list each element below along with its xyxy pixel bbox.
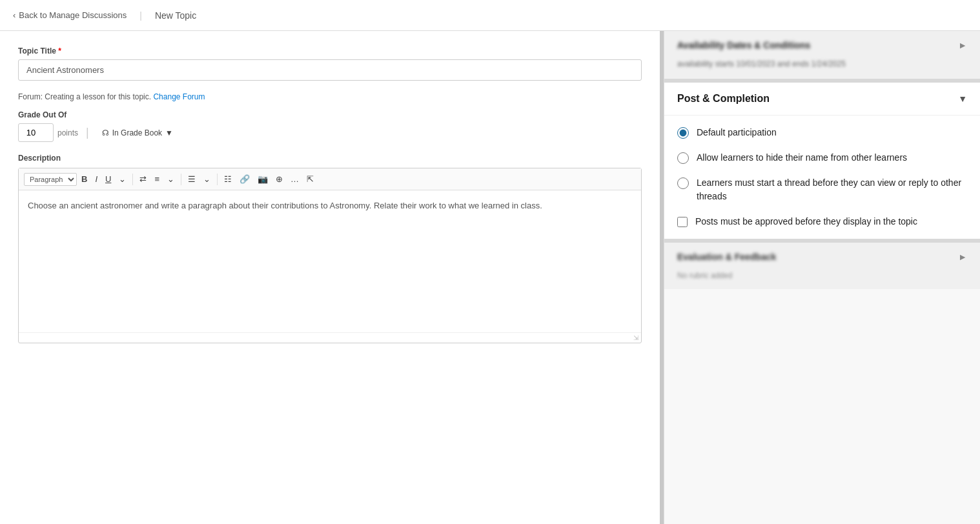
forum-row: Forum: Creating a lesson for this topic.…: [18, 92, 642, 101]
toolbar-separator-2: [181, 174, 181, 185]
italic-button[interactable]: I: [92, 172, 101, 186]
align-button[interactable]: ≡: [151, 172, 163, 186]
nav-separator: |: [139, 10, 142, 21]
option-default-participation: Default participation: [677, 126, 967, 139]
back-link[interactable]: ‹ Back to Manage Discussions: [13, 10, 127, 20]
availability-header[interactable]: Availability Dates & Conditions ►: [664, 31, 980, 59]
underline-button[interactable]: U: [102, 172, 114, 186]
grade-points-label: points: [57, 128, 78, 137]
underline-options-button[interactable]: ⌄: [116, 172, 129, 186]
radio-hide-name[interactable]: [677, 152, 689, 164]
paragraph-select[interactable]: Paragraph: [24, 173, 77, 186]
required-marker: *: [56, 46, 61, 55]
post-completion-header[interactable]: Post & Completion ▼: [664, 83, 980, 116]
editor-container: Paragraph B I U ⌄ ⇄ ≡ ⌄ ☰ ⌄ ☷ 🔗 📷: [18, 168, 642, 343]
back-arrow-icon: ‹: [13, 10, 15, 20]
grade-number-input[interactable]: [18, 123, 54, 142]
grade-row: points | ☊ In Grade Book ▼: [18, 123, 642, 142]
availability-section: Availability Dates & Conditions ► availa…: [664, 31, 980, 83]
indent-button[interactable]: ⇄: [136, 172, 150, 186]
editor-content: Choose an ancient astronomer and write a…: [28, 201, 542, 210]
list-options-button[interactable]: ⌄: [200, 172, 214, 186]
label-default-participation: Default participation: [697, 126, 777, 139]
description-group: Description Paragraph B I U ⌄ ⇄ ≡ ⌄ ☰: [18, 154, 642, 343]
radio-start-thread[interactable]: [677, 177, 689, 189]
grade-book-button[interactable]: ☊ In Grade Book ▼: [97, 126, 178, 140]
link-button[interactable]: 🔗: [236, 172, 253, 186]
availability-title: Availability Dates & Conditions: [677, 40, 810, 50]
top-navigation: ‹ Back to Manage Discussions | New Topic: [0, 0, 980, 31]
option-hide-name: Allow learners to hide their name from o…: [677, 151, 967, 165]
post-completion-content: Default participation Allow learners to …: [664, 116, 980, 239]
forum-label: Forum: Creating a lesson for this topic.: [18, 92, 151, 101]
grade-book-chevron-icon: ▼: [165, 128, 173, 137]
post-completion-section: Post & Completion ▼ Default participatio…: [664, 83, 980, 243]
fullscreen-button[interactable]: ⇱: [303, 172, 317, 186]
resize-icon: ⇲: [633, 334, 638, 341]
label-start-thread: Learners must start a thread before they…: [697, 176, 967, 203]
description-label: Description: [18, 154, 642, 163]
topic-title-group: Topic Title *: [18, 46, 642, 81]
grade-book-label: In Grade Book: [112, 128, 162, 137]
post-completion-title: Post & Completion: [677, 93, 770, 105]
image-button[interactable]: 📷: [254, 172, 271, 186]
label-hide-name: Allow learners to hide their name from o…: [697, 151, 907, 165]
availability-body: availability starts 10/01/2023 and ends …: [664, 59, 980, 79]
post-completion-collapse-icon: ▼: [958, 94, 967, 104]
evaluation-expand-icon: ►: [958, 252, 967, 262]
insert-button[interactable]: ⊕: [272, 172, 286, 186]
evaluation-header[interactable]: Evaluation & Feedback ►: [664, 243, 980, 271]
left-panel: Topic Title * Forum: Creating a lesson f…: [0, 31, 664, 524]
grade-divider: |: [86, 126, 89, 139]
evaluation-title: Evaluation & Feedback: [677, 252, 776, 262]
table-button[interactable]: ☷: [221, 172, 235, 186]
toolbar-separator-1: [132, 174, 133, 185]
editor-toolbar: Paragraph B I U ⌄ ⇄ ≡ ⌄ ☰ ⌄ ☷ 🔗 📷: [19, 168, 641, 190]
more-button[interactable]: …: [287, 172, 302, 186]
change-forum-link[interactable]: Change Forum: [153, 92, 205, 101]
evaluation-section: Evaluation & Feedback ► No rubric added: [664, 243, 980, 289]
grade-book-icon: ☊: [102, 128, 109, 137]
toolbar-separator-3: [217, 174, 218, 185]
grade-input-wrap: points: [18, 123, 78, 142]
topic-title-input[interactable]: [18, 59, 642, 81]
bold-button[interactable]: B: [78, 172, 90, 186]
grade-label: Grade Out Of: [18, 110, 642, 119]
checkbox-approve-posts[interactable]: [677, 217, 688, 227]
back-link-label: Back to Manage Discussions: [19, 10, 127, 20]
page-title: New Topic: [155, 10, 196, 21]
editor-resize-handle: ⇲: [19, 332, 641, 343]
availability-expand-icon: ►: [958, 40, 967, 50]
main-container: Topic Title * Forum: Creating a lesson f…: [0, 31, 980, 524]
right-panel: Availability Dates & Conditions ► availa…: [664, 31, 980, 524]
option-approve-posts: Posts must be approved before they displ…: [677, 215, 967, 228]
option-start-thread: Learners must start a thread before they…: [677, 176, 967, 203]
evaluation-body: No rubric added: [664, 271, 980, 289]
align-options-button[interactable]: ⌄: [164, 172, 178, 186]
label-approve-posts: Posts must be approved before they displ…: [695, 215, 917, 228]
editor-body[interactable]: Choose an ancient astronomer and write a…: [19, 190, 641, 332]
list-button[interactable]: ☰: [185, 172, 199, 186]
radio-default-participation[interactable]: [677, 127, 689, 139]
topic-title-label: Topic Title *: [18, 46, 642, 55]
grade-group: Grade Out Of points | ☊ In Grade Book ▼: [18, 110, 642, 142]
